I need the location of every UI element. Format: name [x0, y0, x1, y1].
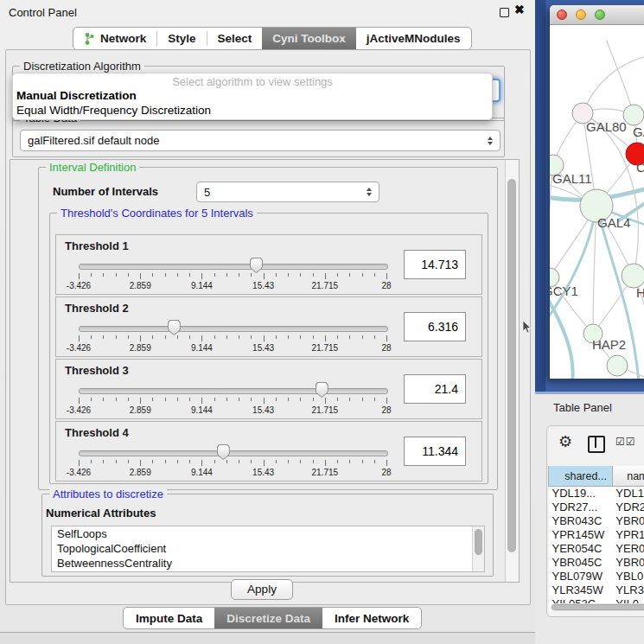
column-header-name[interactable]: name [612, 466, 644, 487]
threshold-slider-track[interactable] [79, 450, 388, 456]
threshold-value-input[interactable] [404, 374, 466, 404]
table-row[interactable]: YDR27...YDR2 [549, 501, 644, 514]
close-icon[interactable]: ✖ [514, 3, 525, 16]
slider-tick-label: 2.859 [130, 468, 151, 477]
slider-thumb[interactable] [168, 320, 181, 335]
threshold-slider-track[interactable] [79, 326, 388, 332]
network-node[interactable] [607, 355, 628, 376]
list-scrollbar-thumb[interactable] [475, 529, 482, 555]
table-cell[interactable]: YLR345W [549, 583, 613, 597]
tab-impute-data[interactable]: Impute Data [124, 608, 214, 628]
table-cell[interactable]: YPR1 [612, 528, 644, 542]
threshold-slider-track[interactable] [79, 388, 388, 394]
slider-tick [239, 398, 239, 401]
attribute-list-item[interactable]: TopologicalCoefficient [52, 541, 484, 556]
tab-discretize-data[interactable]: Discretize Data [214, 608, 322, 628]
slider-tick [91, 335, 92, 339]
tab-jactivemnodules[interactable]: jActiveMNodules [356, 28, 471, 49]
dropdown-item-equal-width-frequency[interactable]: Equal Width/Frequency Discretization [16, 104, 211, 117]
table-cell[interactable]: YBR043C [549, 514, 613, 528]
slider-tick [325, 273, 326, 279]
threshold-value-input[interactable] [404, 312, 466, 341]
slider-tick-label: 9.144 [191, 468, 213, 477]
show-columns-icon[interactable] [588, 436, 605, 453]
table-row[interactable]: YBR043CYBR0 [549, 514, 644, 528]
threshold-value-input[interactable] [404, 250, 466, 279]
network-canvas[interactable]: GAL80GACGAL11GAL4GCY1HHAP2 [550, 25, 644, 379]
table-cell[interactable]: YER054C [549, 542, 613, 556]
close-traffic-light[interactable] [557, 10, 567, 20]
number-of-intervals-combobox[interactable]: 5 [196, 182, 379, 202]
slider-tick [165, 460, 166, 463]
table-cell[interactable]: YPR145W [549, 528, 613, 542]
slider-tick [128, 460, 129, 463]
table-cell[interactable]: YBR0 [612, 514, 644, 528]
table-cell[interactable]: YBL0 [612, 570, 644, 583]
tab-infer-network[interactable]: Infer Network [322, 608, 421, 628]
slider-tick-label: 15.43 [252, 405, 274, 415]
slider-tick [251, 398, 252, 401]
slider-tick-label: 9.144 [191, 343, 213, 353]
minimize-traffic-light[interactable] [576, 10, 586, 20]
table-row[interactable]: YBL079WYBL0 [549, 570, 644, 583]
slider-tick [116, 460, 117, 463]
table-cell[interactable]: YDR27... [549, 501, 613, 514]
table-cell[interactable]: YDL1 [612, 487, 644, 501]
table-cell[interactable]: YLR3 [612, 583, 644, 597]
attribute-list-item[interactable]: BetweennessCentrality [52, 556, 484, 571]
slider-thumb[interactable] [217, 444, 230, 460]
threshold-panel: Threshold 1-3.4262.8599.14415.4321.71528 [55, 234, 482, 295]
slider-tick [103, 460, 104, 463]
column-header-shared-name[interactable]: shared... [549, 466, 613, 487]
table-row[interactable]: YBR045CYBR0 [549, 556, 644, 570]
numerical-attributes-label: Numerical Attributes [46, 507, 156, 520]
slider-tick [79, 460, 80, 466]
network-window-titlebar[interactable] [550, 5, 644, 25]
tab-cyni-toolbox[interactable]: Cyni Toolbox [262, 28, 356, 49]
table-cell[interactable]: YBR045C [549, 556, 613, 570]
table-row[interactable]: YER054CYER0 [549, 542, 644, 556]
table-cell[interactable]: YER0 [612, 542, 644, 556]
table-cell[interactable]: YBR0 [612, 556, 644, 570]
list-scrollbar[interactable] [472, 526, 484, 571]
mouse-cursor [522, 321, 532, 334]
slider-tick [201, 273, 202, 279]
slider-tick [189, 335, 190, 339]
slider-tick [313, 460, 314, 463]
table-row[interactable]: YDL19...YDL1 [549, 487, 644, 501]
zoom-traffic-light[interactable] [595, 10, 605, 20]
float-window-icon[interactable] [500, 8, 509, 17]
slider-thumb[interactable] [250, 258, 263, 273]
threshold-value-input[interactable] [404, 437, 466, 466]
slider-thumb[interactable] [316, 382, 328, 398]
table-data-combobox[interactable]: galFiltered.sif default node [20, 130, 501, 151]
threshold-slider-track[interactable] [79, 264, 388, 270]
settings-scrollbar[interactable] [505, 160, 519, 582]
combo-arrows-icon [367, 188, 372, 196]
slider-tick-label: 21.715 [312, 405, 339, 415]
attribute-list-item[interactable]: SelfLoops [52, 526, 484, 541]
tab-network[interactable]: Network [73, 28, 156, 49]
slider-tick [374, 460, 375, 463]
slider-tick [214, 460, 215, 463]
table-horizontal-scrollbar-thumb[interactable] [552, 604, 644, 610]
table-row[interactable]: YLR345WYLR3 [549, 583, 644, 597]
network-node[interactable] [622, 264, 644, 288]
table-cell[interactable]: YBL079W [549, 570, 613, 583]
slider-tick [251, 273, 252, 277]
table-horizontal-scrollbar[interactable] [551, 603, 644, 611]
apply-button[interactable]: Apply [231, 579, 293, 600]
table-cell[interactable]: YDR2 [612, 501, 644, 514]
numerical-attributes-list: SelfLoopsTopologicalCoefficientBetweenne… [51, 526, 485, 572]
tab-style[interactable]: Style [157, 28, 206, 49]
table-row[interactable]: YPR145WYPR1 [549, 528, 644, 542]
network-node-label: C [636, 160, 644, 175]
bottom-tab-bar: Impute Data Discretize Data Infer Networ… [123, 607, 422, 629]
dropdown-item-manual-discretization[interactable]: Manual Discretization [16, 89, 137, 102]
settings-scrollbar-thumb[interactable] [507, 179, 516, 552]
select-columns-icon[interactable]: ☑☑ [615, 436, 636, 448]
tab-select[interactable]: Select [207, 28, 263, 49]
table-cell[interactable]: YDL19... [549, 487, 613, 501]
gear-icon[interactable]: ⚙ [558, 433, 572, 450]
settings-scroll-area: Interval Definition Number of Intervals … [10, 159, 520, 583]
